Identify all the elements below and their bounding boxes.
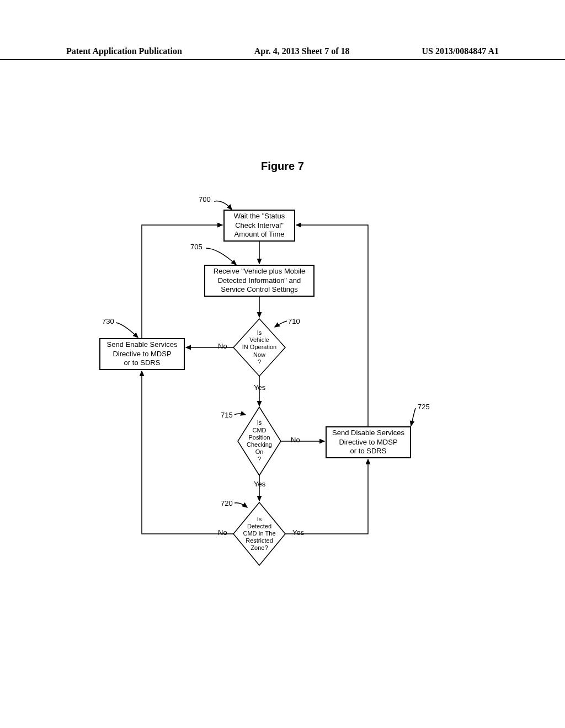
header-left: Patent Application Publication <box>66 46 182 56</box>
box-send-disable: Send Disable Services Directive to MDSP … <box>326 426 411 458</box>
label-no-720: No <box>218 528 227 537</box>
flowchart: Wait the "Status Check Interval" Amount … <box>0 193 565 579</box>
ref-715: 715 <box>221 411 233 419</box>
patent-header: Patent Application Publication Apr. 4, 2… <box>0 46 565 60</box>
diamond-vehicle-op: Is Vehicle IN Operation Now ? <box>232 325 287 370</box>
ref-700: 700 <box>199 195 211 204</box>
box-receive-info: Receive "Vehicle plus Mobile Detected In… <box>204 265 315 297</box>
diamond-restricted-zone: Is Detected CMD In The Restricted Zone? <box>232 510 287 557</box>
ref-710: 710 <box>288 317 300 325</box>
ref-725: 725 <box>418 403 430 411</box>
label-no-710: No <box>218 342 227 350</box>
ref-720: 720 <box>221 499 233 507</box>
figure-title: Figure 7 <box>261 160 304 173</box>
diamond-cmd-checking: Is CMD Position Checking On ? <box>236 414 282 469</box>
label-yes-710: Yes <box>254 383 265 392</box>
header-right: US 2013/0084847 A1 <box>422 46 499 56</box>
ref-730: 730 <box>102 317 114 325</box>
ref-705: 705 <box>190 243 202 251</box>
box-wait-status: Wait the "Status Check Interval" Amount … <box>223 210 295 242</box>
label-no-715: No <box>291 436 300 444</box>
label-yes-715: Yes <box>254 480 265 488</box>
box-send-enable: Send Enable Services Directive to MDSP o… <box>99 338 185 370</box>
label-yes-720: Yes <box>292 528 304 537</box>
header-center: Apr. 4, 2013 Sheet 7 of 18 <box>254 46 350 56</box>
